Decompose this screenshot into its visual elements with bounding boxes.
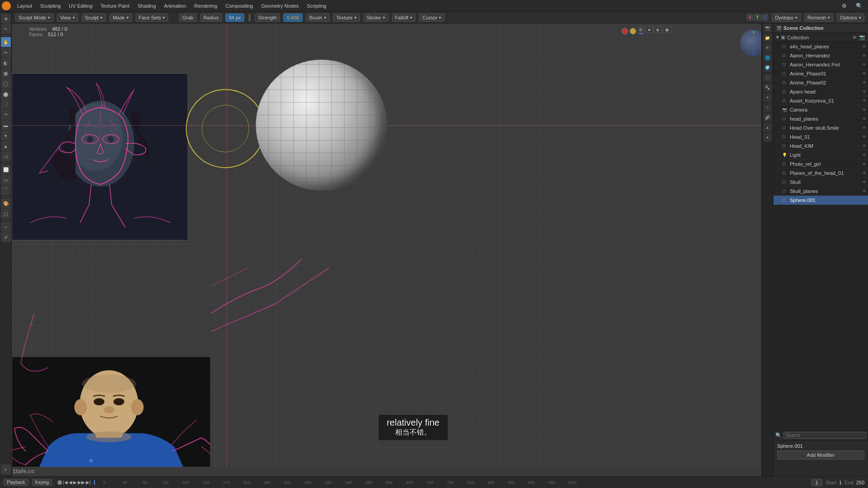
strip-modifier-icon[interactable]: 🔧 <box>763 83 772 92</box>
item-visibility-12[interactable]: 👁 <box>862 153 866 157</box>
strip-particles-icon[interactable]: ✦ <box>763 93 772 102</box>
outliner-item-head_01[interactable]: ⬡ Head_01 👁 <box>774 132 868 141</box>
tool-clay-strips[interactable]: ▦ <box>1 68 11 78</box>
tool-draw[interactable]: ✏ <box>1 47 11 57</box>
tool-cursor[interactable]: ⊕ <box>1 14 11 23</box>
tool-flatten[interactable]: ▬ <box>1 120 11 130</box>
outliner-item-sphere.001[interactable]: ⬡ Sphere.001 👁 <box>774 196 868 205</box>
strip-data-icon[interactable]: ▲ <box>763 123 772 132</box>
mask-menu[interactable]: Mask <box>109 14 132 22</box>
texture-dropdown[interactable]: Texture <box>333 14 360 22</box>
jump-start-button[interactable]: |◀ <box>63 480 68 485</box>
item-visibility-17[interactable]: 👁 <box>862 198 866 202</box>
menu-sculpting[interactable]: Sculpting <box>37 2 64 9</box>
step-forward-button[interactable]: ▶▶ <box>78 480 85 485</box>
item-visibility-8[interactable]: 👁 <box>862 117 866 121</box>
menu-uv[interactable]: UV Editing <box>65 2 96 9</box>
menu-compositing[interactable]: Compositing <box>222 2 257 9</box>
tool-face-set-box[interactable]: ▢ <box>1 209 11 219</box>
outliner-item-light[interactable]: 💡 Light 👁 <box>774 150 868 160</box>
menu-shading[interactable]: Shading <box>134 2 159 9</box>
outliner-item-skull[interactable]: ⬡ Skull 👁 <box>774 178 868 187</box>
tool-inflate[interactable]: ◯ <box>1 79 11 89</box>
playhead-indicator[interactable] <box>94 480 95 485</box>
item-visibility-11[interactable]: 👁 <box>862 144 866 148</box>
menu-geometry[interactable]: Geometry Nodes <box>258 2 302 9</box>
menu-texture[interactable]: Texture Paint <box>97 2 133 9</box>
outliner-item-anime_phase01[interactable]: ⬡ Anime_Phase01 👁 <box>774 69 868 78</box>
outliner-item-aparo-head[interactable]: ⬡ Aparo head 👁 <box>774 87 868 96</box>
mode-dropdown[interactable]: Sculpt Mode <box>15 14 53 22</box>
strip-view-icon[interactable]: 👁 <box>763 43 772 52</box>
color-dot-yellow[interactable] <box>630 28 636 34</box>
strip-world-icon[interactable]: 🌍 <box>763 63 772 72</box>
strip-object-icon[interactable]: ⬡ <box>763 73 772 82</box>
outliner-search-input[interactable] <box>783 432 866 439</box>
tool-transform[interactable]: ↔ <box>1 222 11 232</box>
tool-box-mask[interactable]: ▭ <box>1 175 11 185</box>
tool-mask[interactable]: ⬜ <box>1 164 11 174</box>
axis-z-toggle[interactable]: Z <box>762 14 768 21</box>
item-visibility-3[interactable]: 👁 <box>862 71 866 76</box>
play-button[interactable]: ▶ <box>73 480 77 485</box>
tool-clay[interactable]: ◐ <box>1 58 11 68</box>
tool-annotate[interactable]: ✐ <box>1 232 11 242</box>
item-visibility-6[interactable]: 👁 <box>862 99 866 103</box>
record-button[interactable] <box>57 480 62 485</box>
remesh-dropdown[interactable]: Remesh <box>804 14 833 22</box>
strength-value[interactable]: 0.400 <box>283 14 302 22</box>
color-dot-red[interactable] <box>622 28 628 34</box>
tool-grab[interactable]: ✋ <box>1 37 11 47</box>
start-frame-value[interactable]: 1 <box>839 480 842 485</box>
menu-animation[interactable]: Animation <box>160 2 190 9</box>
blender-logo[interactable] <box>2 1 11 10</box>
item-visibility-14[interactable]: 👁 <box>862 171 866 175</box>
collection-arrow[interactable]: ▾ <box>776 34 779 40</box>
strip-physics-icon[interactable]: ⚛ <box>763 103 772 112</box>
keying-button[interactable]: Keying <box>32 479 52 486</box>
strip-output-icon[interactable]: 📁 <box>763 33 772 42</box>
menu-layout[interactable]: Layout <box>14 2 36 9</box>
jump-end-button[interactable]: ▶| <box>86 480 91 485</box>
dyntopo-dropdown[interactable]: Dyntopo <box>772 14 801 22</box>
tool-crease[interactable]: 〈 <box>1 99 11 109</box>
tool-pinch[interactable]: ◁ <box>1 151 11 161</box>
workspace-search[interactable]: 🔍 <box>852 2 866 10</box>
view-menu[interactable]: View <box>57 14 78 22</box>
item-visibility-16[interactable]: 👁 <box>862 189 866 193</box>
outliner-item-a4s_head_planes[interactable]: ⬡ a4s_head_planes 👁 <box>774 42 868 51</box>
item-visibility-2[interactable]: 👁 <box>862 62 866 67</box>
cursor-dropdown[interactable]: Cursor <box>419 14 444 22</box>
outliner-item-aaron_hernandez.fml[interactable]: ⬡ Aaron_Hernandez.Fml 👁 <box>774 60 868 69</box>
rendered-button[interactable]: ◉ <box>663 26 671 33</box>
tool-scrape[interactable]: ▲ <box>1 141 11 151</box>
step-back-button[interactable]: ◀ <box>69 480 72 485</box>
outliner-item-anime_phase02[interactable]: ⬡ Anime_Phase02 👁 <box>774 78 868 87</box>
workspace-settings[interactable]: ⚙ <box>838 2 850 10</box>
wireframe-button[interactable]: ⊞ <box>637 26 645 33</box>
item-visibility-4[interactable]: 👁 <box>862 80 866 85</box>
outliner-item-skull_planes[interactable]: ⬡ Skull_planes 👁 <box>774 187 868 196</box>
item-visibility-10[interactable]: 👁 <box>862 135 866 139</box>
outliner-item-asset_kozyreva_01[interactable]: ⬡ Asset_Kozyreva_01 👁 <box>774 96 868 105</box>
item-visibility-9[interactable]: 👁 <box>862 126 866 130</box>
brush-dropdown[interactable]: Brush <box>306 14 330 22</box>
outliner-item-head_planes[interactable]: ⬡ head_planes 👁 <box>774 114 868 123</box>
menu-scripting[interactable]: Scripting <box>303 2 330 9</box>
item-visibility-15[interactable]: 👁 <box>862 180 866 184</box>
collection-label[interactable]: Collection <box>787 35 809 40</box>
tool-fill[interactable]: ▾ <box>1 131 11 141</box>
options-dropdown[interactable]: Options <box>837 14 864 22</box>
item-visibility-7[interactable]: 👁 <box>862 108 866 112</box>
face-sets-menu[interactable]: Face Sets <box>136 14 169 22</box>
radius-value[interactable]: 94 px <box>226 14 244 22</box>
item-visibility-13[interactable]: 👁 <box>862 162 866 166</box>
falloff-dropdown[interactable]: Falloff <box>392 14 416 22</box>
outliner-item-head-over-skull.smile[interactable]: ⬡ Head Over skull.Smile 👁 <box>774 123 868 132</box>
axis-x-toggle[interactable]: X <box>747 14 754 21</box>
material-button[interactable]: ◈ <box>654 26 662 33</box>
outliner-item-aaron_hernandez[interactable]: ⬡ Aaron_Hernandez 👁 <box>774 51 868 60</box>
item-visibility-5[interactable]: 👁 <box>862 89 866 94</box>
playback-button[interactable]: Playback <box>4 479 28 486</box>
tool-add-brush[interactable]: + <box>1 465 11 474</box>
